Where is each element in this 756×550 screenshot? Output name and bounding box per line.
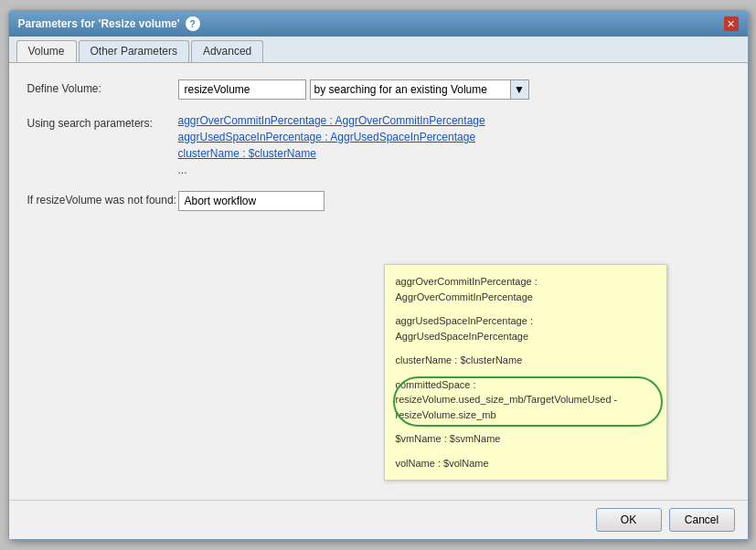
cancel-button[interactable]: Cancel [669, 508, 735, 532]
tab-advanced[interactable]: Advanced [191, 40, 263, 62]
close-button[interactable]: ✕ [724, 16, 739, 31]
search-param-1[interactable]: aggrOverCommitInPercentage : AggrOverCom… [178, 114, 485, 127]
tooltip-item-1: aggrOverCommitInPercentage : AggrOverCom… [396, 274, 655, 304]
ok-button[interactable]: OK [596, 508, 662, 532]
not-found-row: If resizeVolume was not found: [27, 191, 729, 211]
define-volume-row: Define Volume: by searching for an exist… [27, 79, 729, 100]
search-param-3[interactable]: clusterName : $clusterName [178, 147, 485, 160]
tab-volume[interactable]: Volume [16, 40, 77, 62]
define-volume-controls: by searching for an existing Volume ▼ [178, 79, 529, 100]
define-volume-input[interactable] [178, 79, 306, 100]
not-found-label: If resizeVolume was not found: [27, 191, 178, 206]
tooltip-popup: aggrOverCommitInPercentage : AggrOverCom… [384, 264, 667, 481]
help-icon[interactable]: ? [186, 16, 200, 31]
tooltip-item-6: volName : $volName [396, 456, 655, 471]
dropdown-arrow-icon[interactable]: ▼ [511, 79, 529, 100]
volume-dropdown[interactable]: by searching for an existing Volume [310, 79, 511, 100]
tooltip-item-3: clusterName : $clusterName [396, 353, 655, 368]
tab-content: Define Volume: by searching for an exist… [9, 63, 748, 500]
search-param-ellipsis: ... [178, 164, 485, 176]
tabs-bar: Volume Other Parameters Advanced [9, 37, 748, 63]
tab-other-parameters[interactable]: Other Parameters [79, 40, 189, 62]
tooltip-item-5: $vmName : $svmName [396, 431, 655, 447]
title-bar: Parameters for 'Resize volume' ? ✕ [9, 11, 748, 37]
dropdown-value: by searching for an existing Volume [314, 83, 487, 96]
dialog-title: Parameters for 'Resize volume' [18, 17, 180, 30]
search-params-list: aggrOverCommitInPercentage : AggrOverCom… [178, 114, 485, 176]
search-param-2[interactable]: aggrUsedSpaceInPercentage : AggrUsedSpac… [178, 131, 485, 143]
tooltip-item-4: committedSpace : resizeVolume.used_size_… [396, 377, 655, 423]
not-found-controls [178, 191, 325, 211]
dropdown-wrapper: by searching for an existing Volume ▼ [310, 79, 529, 100]
tooltip-item-2: aggrUsedSpaceInPercentage : AggrUsedSpac… [396, 313, 655, 344]
not-found-input[interactable] [178, 191, 325, 211]
search-params-label: Using search parameters: [27, 114, 178, 130]
search-params-row: Using search parameters: aggrOverCommitI… [27, 114, 729, 176]
dialog: Parameters for 'Resize volume' ? ✕ Volum… [8, 10, 749, 540]
footer: OK Cancel [9, 500, 748, 539]
define-volume-label: Define Volume: [27, 79, 178, 95]
